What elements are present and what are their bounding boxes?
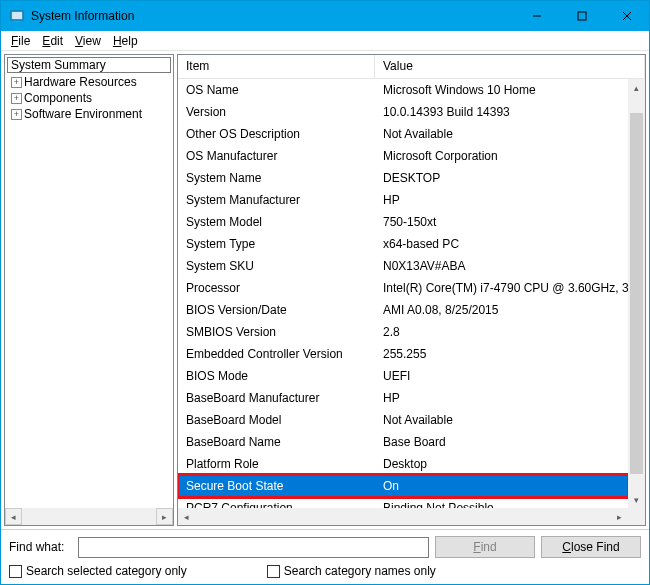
checkbox-label: Search selected category only — [26, 564, 187, 578]
scroll-up-icon[interactable]: ▴ — [628, 79, 645, 96]
tree-item-label: Hardware Resources — [24, 75, 137, 89]
table-row[interactable]: System Model750-150xt — [178, 211, 628, 233]
menubar: File Edit View Help — [1, 31, 649, 51]
value-cell: 2.8 — [375, 325, 628, 339]
maximize-button[interactable] — [559, 1, 604, 30]
list-vscrollbar[interactable]: ▴ ▾ — [628, 79, 645, 508]
item-cell: System Name — [178, 171, 375, 185]
table-row[interactable]: SMBIOS Version2.8 — [178, 321, 628, 343]
tree-item-software-environment[interactable]: + Software Environment — [7, 106, 171, 122]
item-cell: Secure Boot State — [178, 479, 375, 493]
table-row[interactable]: System NameDESKTOP — [178, 167, 628, 189]
expand-icon[interactable]: + — [11, 77, 22, 88]
expand-icon[interactable]: + — [11, 93, 22, 104]
scroll-left-icon[interactable]: ◂ — [5, 508, 22, 525]
table-row[interactable]: BaseBoard NameBase Board — [178, 431, 628, 453]
menu-file[interactable]: File — [5, 32, 36, 50]
value-cell: Desktop — [375, 457, 628, 471]
close-button[interactable] — [604, 1, 649, 30]
table-row[interactable]: Version10.0.14393 Build 14393 — [178, 101, 628, 123]
item-cell: Platform Role — [178, 457, 375, 471]
scroll-track[interactable] — [22, 508, 156, 525]
item-cell: SMBIOS Version — [178, 325, 375, 339]
scroll-track[interactable] — [195, 508, 611, 525]
value-cell: AMI A0.08, 8/25/2015 — [375, 303, 628, 317]
value-cell: On — [375, 479, 628, 493]
item-cell: BaseBoard Manufacturer — [178, 391, 375, 405]
window-title: System Information — [31, 9, 514, 23]
table-row[interactable]: BaseBoard ModelNot Available — [178, 409, 628, 431]
svg-rect-1 — [14, 21, 20, 22]
checkbox-icon — [267, 565, 280, 578]
item-cell: System Model — [178, 215, 375, 229]
table-row[interactable]: System ManufacturerHP — [178, 189, 628, 211]
category-tree[interactable]: System Summary + Hardware Resources + Co… — [4, 54, 174, 526]
item-cell: Embedded Controller Version — [178, 347, 375, 361]
app-icon — [9, 8, 25, 24]
tree-root-system-summary[interactable]: System Summary — [7, 57, 171, 73]
tree-item-label: Components — [24, 91, 92, 105]
titlebar[interactable]: System Information — [1, 1, 649, 31]
table-row[interactable]: Secure Boot StateOn — [178, 475, 628, 497]
table-row[interactable]: BIOS ModeUEFI — [178, 365, 628, 387]
find-button[interactable]: Find — [435, 536, 535, 558]
table-row[interactable]: System Typex64-based PC — [178, 233, 628, 255]
scroll-down-icon[interactable]: ▾ — [628, 491, 645, 508]
value-cell: 255.255 — [375, 347, 628, 361]
find-label: Find what: — [9, 540, 72, 554]
table-row[interactable]: BaseBoard ManufacturerHP — [178, 387, 628, 409]
item-cell: Processor — [178, 281, 375, 295]
table-row[interactable]: BIOS Version/DateAMI A0.08, 8/25/2015 — [178, 299, 628, 321]
table-row[interactable]: OS NameMicrosoft Windows 10 Home — [178, 79, 628, 101]
value-cell: Base Board — [375, 435, 628, 449]
window-controls — [514, 1, 649, 31]
value-cell: UEFI — [375, 369, 628, 383]
item-cell: Other OS Description — [178, 127, 375, 141]
table-row[interactable]: System SKUN0X13AV#ABA — [178, 255, 628, 277]
item-cell: OS Manufacturer — [178, 149, 375, 163]
list-hscrollbar[interactable]: ◂ ▸ — [178, 508, 628, 525]
menu-view[interactable]: View — [69, 32, 107, 50]
scroll-thumb[interactable] — [630, 113, 643, 474]
scroll-left-icon[interactable]: ◂ — [178, 508, 195, 525]
system-information-window: System Information File Edit View Help S… — [0, 0, 650, 585]
table-row[interactable]: Other OS DescriptionNot Available — [178, 123, 628, 145]
item-cell: System Manufacturer — [178, 193, 375, 207]
table-row[interactable]: ProcessorIntel(R) Core(TM) i7-4790 CPU @… — [178, 277, 628, 299]
search-category-names-checkbox[interactable]: Search category names only — [267, 564, 436, 578]
value-cell: DESKTOP — [375, 171, 628, 185]
tree-item-components[interactable]: + Components — [7, 90, 171, 106]
expand-icon[interactable]: + — [11, 109, 22, 120]
close-find-button[interactable]: Close Find — [541, 536, 641, 558]
item-cell: PCR7 Configuration — [178, 501, 375, 508]
item-cell: BIOS Mode — [178, 369, 375, 383]
column-header-value[interactable]: Value — [375, 55, 645, 78]
scroll-right-icon[interactable]: ▸ — [156, 508, 173, 525]
value-cell: Microsoft Windows 10 Home — [375, 83, 628, 97]
tree-root-label: System Summary — [11, 58, 106, 72]
svg-rect-4 — [578, 12, 586, 20]
search-selected-category-checkbox[interactable]: Search selected category only — [9, 564, 187, 578]
item-cell: System SKU — [178, 259, 375, 273]
table-row[interactable]: Embedded Controller Version255.255 — [178, 343, 628, 365]
table-row[interactable]: PCR7 ConfigurationBinding Not Possible — [178, 497, 628, 508]
checkbox-icon — [9, 565, 22, 578]
menu-help[interactable]: Help — [107, 32, 144, 50]
table-row[interactable]: OS ManufacturerMicrosoft Corporation — [178, 145, 628, 167]
checkbox-label: Search category names only — [284, 564, 436, 578]
details-list: Item Value OS NameMicrosoft Windows 10 H… — [177, 54, 646, 526]
value-cell: 10.0.14393 Build 14393 — [375, 105, 628, 119]
item-cell: Version — [178, 105, 375, 119]
tree-item-hardware-resources[interactable]: + Hardware Resources — [7, 74, 171, 90]
list-rows[interactable]: OS NameMicrosoft Windows 10 HomeVersion1… — [178, 79, 628, 508]
scroll-right-icon[interactable]: ▸ — [611, 508, 628, 525]
find-input[interactable] — [78, 537, 429, 558]
column-header-item[interactable]: Item — [178, 55, 375, 78]
value-cell: HP — [375, 391, 628, 405]
minimize-button[interactable] — [514, 1, 559, 30]
table-row[interactable]: Platform RoleDesktop — [178, 453, 628, 475]
value-cell: HP — [375, 193, 628, 207]
tree-hscrollbar[interactable]: ◂ ▸ — [5, 508, 173, 525]
item-cell: OS Name — [178, 83, 375, 97]
menu-edit[interactable]: Edit — [36, 32, 69, 50]
